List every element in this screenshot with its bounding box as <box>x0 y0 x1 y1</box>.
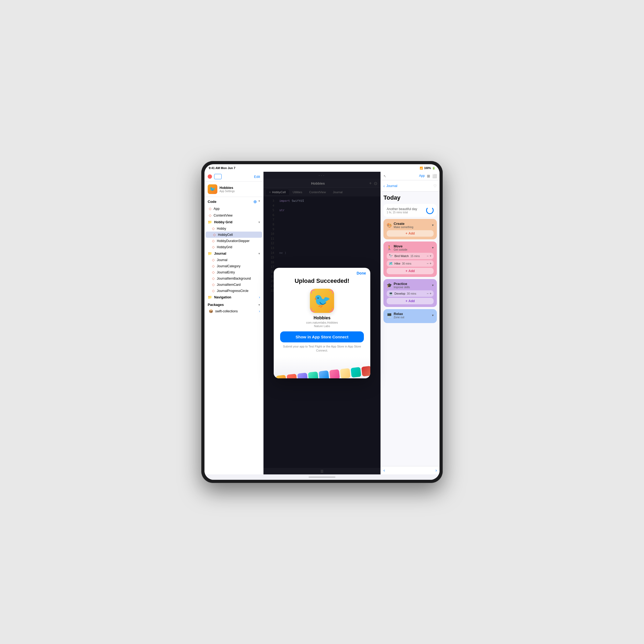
edit-button[interactable]: Edit <box>254 175 260 179</box>
swift-icon: ◇ <box>212 276 215 280</box>
activity-time: 30 mins <box>407 292 416 295</box>
folder-icon: 📁 <box>208 295 212 299</box>
prev-arrow-button[interactable]: ‹ <box>383 468 385 473</box>
nav-chevron-icon[interactable]: › <box>259 295 260 299</box>
package-chevron-icon[interactable]: › <box>259 309 260 313</box>
plus-icon: + <box>405 299 407 303</box>
create-icon: 🎨 <box>387 223 392 228</box>
sidebar-item-label: JournalEntry <box>217 270 235 274</box>
packages-section-title: Packages <box>208 303 224 307</box>
packages-chevron[interactable]: ▾ <box>258 303 260 307</box>
add-label: Add <box>408 232 415 235</box>
folder-row-journal[interactable]: 📁 Journal ▾ <box>204 250 263 257</box>
sidebar-subitem-journalcategory[interactable]: ◇ JournalCategory <box>204 263 263 269</box>
folder-chevron[interactable]: ▾ <box>258 252 260 255</box>
preview-date-header: Today <box>383 194 437 201</box>
status-indicators: 📶 100% 🔋 <box>420 167 435 170</box>
plus-button[interactable]: + <box>430 262 431 265</box>
show-in-appstore-button[interactable]: Show in App Store Connect <box>280 331 364 342</box>
wifi-icon: 📶 <box>420 167 423 170</box>
swift-icon: ◇ <box>212 270 215 274</box>
folder-row-hobbygrid[interactable]: 📁 Hobby Grid ▾ <box>204 219 263 225</box>
activity-left: 🗺️ Hike 30 mins <box>389 262 411 265</box>
create-add-button[interactable]: + Add <box>387 230 434 237</box>
card-header-left: 🎨 Create Make something <box>387 222 413 229</box>
editor-area: ··· Hobbies + ⊙ ✕ HobbyCell <box>264 172 380 474</box>
sidebar-subitem-hobby[interactable]: ◇ Hobby <box>204 225 263 232</box>
relax-chevron[interactable]: ▾ <box>432 313 434 317</box>
move-chevron[interactable]: ▾ <box>432 246 434 250</box>
home-indicator-area <box>204 474 440 480</box>
sidebar-subitem-journalitembackground[interactable]: ◇ JournalItemBackground <box>204 275 263 281</box>
ipad-device: 9:41 AM Mon Jun 7 📶 100% 🔋 Edit <box>201 161 443 483</box>
app-label[interactable]: App <box>419 174 425 178</box>
close-button[interactable] <box>208 174 212 179</box>
app-info: 🐦 Hobbies App Settings <box>204 182 263 197</box>
card-header-relax: 🖥️ Relax Zone out ▾ <box>387 312 434 319</box>
rph-left: ‹ Journal <box>383 184 397 188</box>
card-day-text: Another beautiful day <box>387 207 417 211</box>
mini-app-icon <box>276 375 287 378</box>
folder-row-left: 📁 Journal <box>208 251 226 255</box>
sidebar-subitem-journalprogresscircle[interactable]: ◇ JournalProgressCircle <box>204 288 263 294</box>
app-icons-strip <box>274 364 370 378</box>
sidebar-subitem-hobbycell[interactable]: ◇ HobbyCell <box>206 232 262 238</box>
heart-icon[interactable]: ♡ <box>433 184 437 188</box>
practice-add-button[interactable]: + Add <box>387 298 434 304</box>
folder-label: Hobby Grid <box>214 220 232 224</box>
relax-title: Relax <box>394 312 404 316</box>
activity-controls: − + <box>427 254 431 258</box>
minus-button[interactable]: − <box>427 254 429 258</box>
upload-success-modal: Done Upload Succeeded! 🐦 <box>274 268 370 379</box>
modal-overlay: Done Upload Succeeded! 🐦 <box>264 172 380 474</box>
card-header-left: 🖥️ Relax Zone out <box>387 312 404 319</box>
sidebar-subitem-journalentry[interactable]: ◇ JournalEntry <box>204 269 263 275</box>
card-title-group: Relax Zone out <box>394 312 404 319</box>
app-icon-small: 🐦 <box>208 184 217 194</box>
plus-button[interactable]: + <box>430 254 431 258</box>
card-day-info: Another beautiful day 1 hr, 15 mins tota… <box>387 207 417 214</box>
device-icon[interactable]: ⬜ <box>432 174 437 178</box>
modal-app-icon: 🐦 <box>310 289 334 313</box>
folder-chevron[interactable]: ▾ <box>258 220 260 224</box>
rph-right: ♡ <box>433 184 437 188</box>
expand-button[interactable] <box>214 174 222 179</box>
right-panel-journal-header: ‹ Journal ♡ <box>381 180 440 192</box>
sidebar-item-label: JournalItemBackground <box>217 277 251 280</box>
cursor-icon[interactable]: ↖ <box>383 174 386 178</box>
plus-button[interactable]: + <box>430 292 431 295</box>
grid-view-icon[interactable]: ⊞ <box>427 174 430 178</box>
bird-emoji: 🐦 <box>313 292 331 309</box>
minus-button[interactable]: − <box>427 292 429 295</box>
activity-time: 30 mins <box>402 262 411 265</box>
sidebar-item-label: JournalCategory <box>217 264 240 268</box>
move-add-button[interactable]: + Add <box>387 268 434 274</box>
code-section-chevron[interactable]: ▾ <box>258 199 260 204</box>
back-chevron-icon[interactable]: ‹ <box>383 184 385 188</box>
next-arrow-button[interactable]: › <box>436 468 437 473</box>
swift-icon: ◇ <box>212 283 215 287</box>
sidebar-subitem-hobbygrid[interactable]: ◇ HobbyGrid <box>204 244 263 250</box>
practice-icon: 🎓 <box>387 283 392 288</box>
modal-done-button[interactable]: Done <box>357 271 366 275</box>
package-item-swift-collections[interactable]: 📦 swift-collections › <box>204 308 263 314</box>
ipad-screen: 9:41 AM Mon Jun 7 📶 100% 🔋 Edit <box>204 164 440 480</box>
create-chevron[interactable]: ▾ <box>432 223 434 227</box>
sidebar-subitem-journalitemcard[interactable]: ◇ JournalItemCard <box>204 281 263 288</box>
sidebar-item-contentview[interactable]: ◇ ContentView <box>204 212 263 219</box>
status-time: 9:41 AM Mon Jun 7 <box>209 166 235 170</box>
modal-company: Nature Labs <box>314 324 330 328</box>
card-relax: 🖥️ Relax Zone out ▾ <box>383 309 437 323</box>
journal-back-label[interactable]: Journal <box>386 184 397 188</box>
activity-name: Bird Watch <box>394 254 409 258</box>
add-code-button[interactable]: ⊕ <box>253 199 257 204</box>
activity-develop: 💻 Develop 30 mins − + <box>387 290 434 297</box>
sidebar-subitem-hobbydurationstepper[interactable]: ◇ HobbyDurationStepper <box>204 238 263 244</box>
practice-subtitle: Improve skills <box>394 286 410 289</box>
sidebar-item-app[interactable]: ◇ App <box>204 205 263 212</box>
sidebar-subitem-journal[interactable]: ◇ Journal <box>204 257 263 263</box>
minus-button[interactable]: − <box>427 262 429 265</box>
app-icon-emoji: 🐦 <box>210 186 215 192</box>
practice-chevron[interactable]: ▾ <box>432 283 434 287</box>
nav-item-navigation[interactable]: 📁 Navigation › <box>204 294 263 301</box>
